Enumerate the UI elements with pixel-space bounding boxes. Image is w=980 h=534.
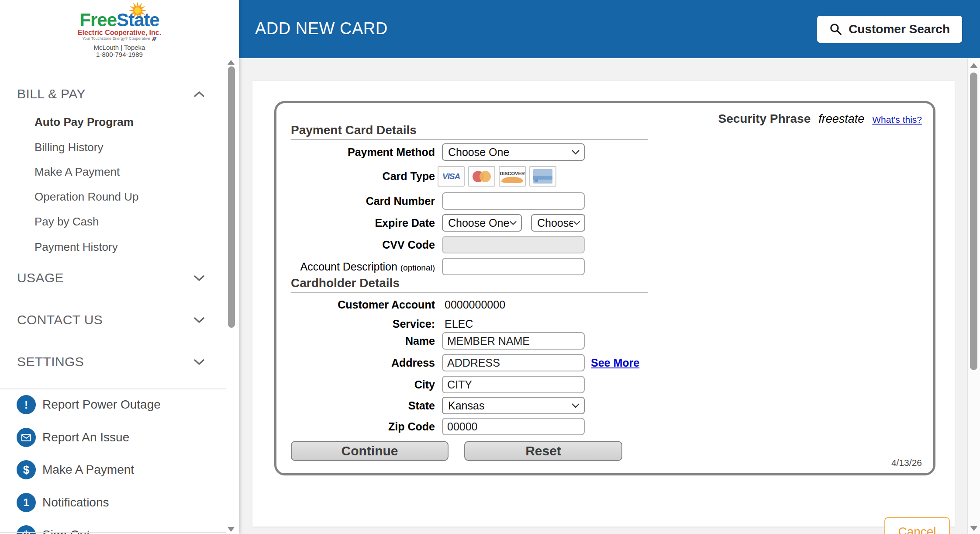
sidebar-section-contact-us[interactable]: CONTACT US (0, 310, 226, 329)
dollar-icon: $ (17, 460, 36, 479)
account-description-input[interactable] (442, 258, 585, 275)
whats-this-link[interactable]: What's this? (872, 114, 922, 125)
name-row: Name (276, 332, 585, 350)
card-number-row: Card Number (276, 192, 585, 210)
state-select[interactable]: Kansas (442, 397, 585, 414)
sidebar: FreeState Electric Cooperative, Inc. You… (0, 0, 239, 534)
account-description-row: Account Description (optional) (276, 258, 585, 275)
address-row: Address See More (276, 354, 639, 371)
brand-tagline: Your Touchstone Energy® Cooperative (0, 36, 239, 41)
main-content: Security Phrase freestate What's this? P… (239, 58, 967, 534)
cvv-row: CVV Code (276, 236, 585, 253)
add-card-form: Security Phrase freestate What's this? P… (274, 101, 935, 475)
chevron-up-icon (193, 91, 205, 97)
envelope-icon (17, 428, 36, 447)
sidebar-scrollbar-thumb[interactable] (228, 66, 235, 328)
search-icon (829, 23, 842, 36)
amex-icon (529, 166, 556, 187)
quick-link-report-an-issue[interactable]: Report An Issue (0, 425, 226, 450)
quick-link-notifications[interactable]: 1 Notifications (0, 490, 226, 515)
sidebar-scroll-down-arrow[interactable] (228, 527, 235, 532)
sidebar-item-make-a-payment[interactable]: Make A Payment (35, 163, 218, 180)
address-label: Address (276, 357, 435, 369)
address-input[interactable] (442, 354, 585, 371)
scroll-down-arrow[interactable] (970, 526, 978, 531)
name-input[interactable] (442, 332, 585, 350)
security-phrase-value: freestate (818, 112, 864, 126)
sidebar-item-operation-round-up[interactable]: Operation Round Up (35, 188, 218, 205)
form-date: 4/13/26 (891, 458, 922, 468)
zip-label: Zip Code (276, 420, 435, 433)
payment-card-details-heading: Payment Card Details (291, 123, 417, 137)
expire-date-label: Expire Date (276, 217, 435, 229)
customer-account-label: Customer Account (276, 298, 435, 311)
chevron-down-icon (193, 317, 205, 323)
chevron-down-icon (573, 220, 580, 225)
service-label: Service: (276, 318, 435, 330)
cvv-input (442, 236, 585, 253)
expire-year-select[interactable]: Choose (531, 214, 585, 232)
security-phrase-row: Security Phrase freestate What's this? (718, 112, 922, 126)
expire-date-row: Expire Date Choose One Choose (276, 214, 585, 232)
card-type-row: Card Type VISA DISCOVER (276, 166, 556, 187)
sidebar-menu: BILL & PAY Auto Pay Program Billing Hist… (0, 58, 226, 534)
expire-month-select[interactable]: Choose One (442, 214, 522, 232)
cardholder-details-heading: Cardholder Details (291, 276, 400, 290)
cancel-button[interactable]: Cancel (884, 517, 950, 534)
sidebar-section-bill-pay[interactable]: BILL & PAY (0, 84, 226, 104)
account-description-label: Account Description (optional) (276, 260, 435, 273)
city-input[interactable] (442, 376, 585, 393)
page-title: ADD NEW CARD (255, 19, 388, 38)
continue-button[interactable]: Continue (291, 441, 449, 461)
card-number-label: Card Number (276, 195, 435, 208)
chevron-down-icon (193, 359, 205, 365)
state-value: Kansas (448, 399, 484, 412)
sidebar-item-payment-history[interactable]: Payment History (35, 239, 218, 255)
main-scrollbar-thumb[interactable] (970, 73, 977, 370)
payment-method-row: Payment Method Choose One (276, 143, 585, 161)
payment-method-select[interactable]: Choose One (442, 143, 585, 161)
sidebar-scroll-up-arrow[interactable] (228, 60, 235, 65)
expire-year-value: Choose (537, 217, 573, 229)
sidebar-section-usage[interactable]: USAGE (0, 268, 226, 288)
payment-method-label: Payment Method (276, 146, 435, 159)
section-divider (291, 292, 648, 293)
see-more-link[interactable]: See More (591, 357, 639, 369)
customer-account-value: 0000000000 (445, 298, 505, 311)
service-row: Service: ELEC (276, 316, 473, 331)
card-type-icons: VISA DISCOVER (438, 166, 556, 187)
zip-input[interactable] (442, 418, 585, 435)
sidebar-item-auto-pay-program[interactable]: Auto Pay Program (35, 114, 218, 130)
quick-link-report-power-outage[interactable]: ! Report Power Outage (0, 392, 226, 417)
chevron-down-icon (193, 275, 205, 281)
sidebar-section-settings[interactable]: SETTINGS (0, 352, 226, 371)
chevron-down-icon (571, 403, 580, 408)
content-card: Security Phrase freestate What's this? P… (252, 81, 955, 527)
exclamation-icon: ! (17, 395, 36, 414)
sidebar-item-billing-history[interactable]: Billing History (35, 139, 218, 156)
quick-link-make-a-payment[interactable]: $ Make A Payment (0, 458, 226, 482)
card-type-label: Card Type (276, 170, 435, 183)
cvv-label: CVV Code (276, 239, 435, 251)
customer-search-button[interactable]: Customer Search (817, 16, 962, 43)
sidebar-divider (0, 388, 226, 389)
name-label: Name (276, 335, 435, 347)
sidebar-item-pay-by-cash[interactable]: Pay by Cash (35, 213, 218, 230)
page-header: ADD NEW CARD Customer Search (239, 0, 980, 58)
brand-name: FreeState (0, 11, 239, 29)
customer-search-label: Customer Search (849, 22, 950, 36)
scroll-up-arrow[interactable] (970, 63, 978, 68)
reset-button[interactable]: Reset (464, 441, 622, 461)
city-label: City (276, 378, 435, 391)
chevron-down-icon (571, 149, 580, 155)
payment-method-value: Choose One (448, 146, 509, 159)
zip-row: Zip Code (276, 418, 585, 435)
customer-account-row: Customer Account 0000000000 (276, 297, 505, 312)
service-value: ELEC (445, 318, 473, 330)
mastercard-icon (468, 166, 495, 187)
sidebar-divider (0, 532, 226, 533)
one-badge-icon: 1 (17, 493, 36, 512)
card-number-input[interactable] (442, 192, 585, 210)
visa-icon: VISA (438, 166, 465, 187)
brand-phone: 1-800-794-1989 (0, 51, 239, 58)
